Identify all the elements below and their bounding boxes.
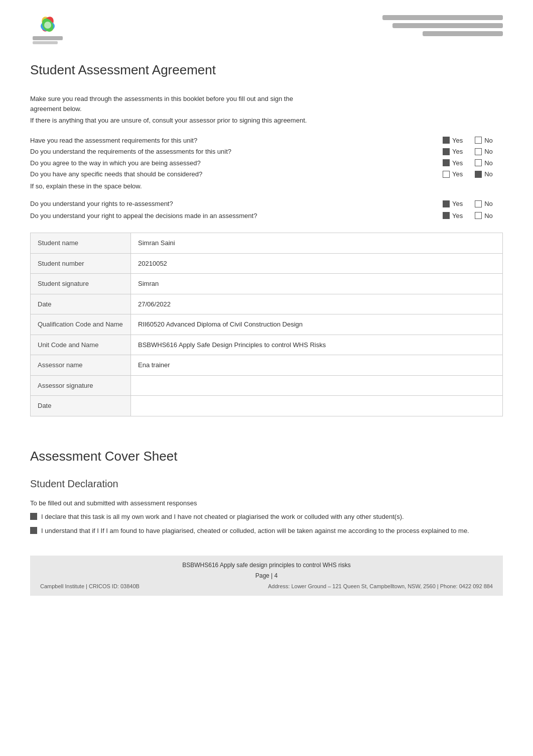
svg-rect-5 <box>33 36 63 40</box>
extra-note: If so, explain these in the space below. <box>30 181 503 191</box>
table-label-student-sig: Student signature <box>31 274 131 294</box>
checkbox-pair-2: Yes No <box>443 147 503 157</box>
question-text-2: Do you understand the requirements of th… <box>30 147 443 157</box>
reassess-no-cb-2[interactable] <box>475 212 482 219</box>
table-row: Student signature Simran <box>31 274 503 294</box>
yes-option-2: Yes <box>443 147 463 157</box>
no-checkbox-3[interactable] <box>475 159 482 166</box>
no-option-2: No <box>475 147 493 157</box>
footer: BSBWHS616 Apply safe design principles t… <box>30 556 503 596</box>
table-value-student-number: 20210052 <box>131 253 503 274</box>
table-value-assessor-sig <box>131 375 503 396</box>
table-row: Assessor name Ena trainer <box>31 355 503 376</box>
footer-institute: Campbell Institute | CRICOS ID: 03840B <box>40 582 140 591</box>
table-label-unit-code: Unit Code and Name <box>31 335 131 355</box>
svg-point-4 <box>44 22 51 29</box>
yes-option-1: Yes <box>443 136 463 146</box>
page-container: Student Assessment Agreement Make sure y… <box>0 0 533 616</box>
decl-text-2: I understand that if I If I am found to … <box>41 526 469 536</box>
table-row: Qualification Code and Name RII60520 Adv… <box>31 314 503 335</box>
cover-sheet-title: Assessment Cover Sheet <box>30 447 503 466</box>
fill-note: To be filled out and submitted with asse… <box>30 498 503 508</box>
yes-checkbox-4[interactable] <box>443 171 450 178</box>
no-checkbox-2[interactable] <box>475 148 482 155</box>
reassess-pair-1: Yes No <box>443 199 503 209</box>
question-text-1: Have you read the assessment requirement… <box>30 136 443 146</box>
intro-section: Make sure you read through the assessmen… <box>30 94 503 126</box>
no-label-2: No <box>484 147 493 157</box>
table-value-date: 27/06/2022 <box>131 294 503 314</box>
footer-line3: Campbell Institute | CRICOS ID: 03840B A… <box>40 582 493 591</box>
question-row-3: Do you agree to the way in which you are… <box>30 158 503 168</box>
table-row: Date 27/06/2022 <box>31 294 503 314</box>
table-label-date2: Date <box>31 396 131 416</box>
reassess-no-cb-1[interactable] <box>475 200 482 207</box>
table-row: Student number 20210052 <box>31 253 503 274</box>
table-label-student-number: Student number <box>31 253 131 274</box>
checkbox-pair-3: Yes No <box>443 158 503 168</box>
logo-icon <box>30 15 65 45</box>
decl-checkbox-1[interactable] <box>30 513 37 520</box>
header-right-line2 <box>392 23 503 28</box>
header-right <box>382 15 503 36</box>
yes-label-1: Yes <box>452 136 463 146</box>
table-label-date: Date <box>31 294 131 314</box>
reassess-row-1: Do you understand your rights to re-asse… <box>30 199 503 209</box>
question-text-4: Do you have any specific needs that shou… <box>30 169 443 179</box>
no-checkbox-1[interactable] <box>475 137 482 144</box>
no-option-4: No <box>475 169 493 179</box>
table-row: Student name Simran Saini <box>31 233 503 254</box>
decl-checkbox-2[interactable] <box>30 527 37 534</box>
reassess-pair-2: Yes No <box>443 211 503 221</box>
table-row: Date <box>31 396 503 416</box>
header <box>30 15 503 45</box>
footer-line1: BSBWHS616 Apply safe design principles t… <box>40 561 493 570</box>
table-value-qual-code: RII60520 Advanced Diploma of Civil Const… <box>131 314 503 335</box>
reassess-section: Do you understand your rights to re-asse… <box>30 199 503 221</box>
table-label-assessor-name: Assessor name <box>31 355 131 376</box>
yes-option-4: Yes <box>443 169 463 179</box>
decl-item-2: I understand that if I If I am found to … <box>30 526 503 536</box>
reassess-no-label-1: No <box>484 199 493 209</box>
table-label-qual-code: Qualification Code and Name <box>31 314 131 335</box>
reassess-yes-1: Yes <box>443 199 463 209</box>
reassess-no-label-2: No <box>484 211 493 221</box>
yes-checkbox-1[interactable] <box>443 137 450 144</box>
logo-area <box>30 15 65 45</box>
cover-sheet-section: Assessment Cover Sheet Student Declarati… <box>30 442 503 536</box>
decl-item-1: I declare that this task is all my own w… <box>30 512 503 522</box>
table-value-student-name: Simran Saini <box>131 233 503 254</box>
question-text-3: Do you agree to the way in which you are… <box>30 158 443 168</box>
yes-label-4: Yes <box>452 169 463 179</box>
header-right-line1 <box>382 15 503 20</box>
svg-rect-6 <box>33 41 58 44</box>
footer-address: Address: Lower Ground – 121 Queen St, Ca… <box>268 582 493 591</box>
reassess-text-2: Do you understand your right to appeal t… <box>30 211 443 221</box>
reassess-text-1: Do you understand your rights to re-asse… <box>30 199 443 209</box>
yes-label-3: Yes <box>452 158 463 168</box>
table-value-date2 <box>131 396 503 416</box>
table-value-assessor-name: Ena trainer <box>131 355 503 376</box>
reassess-yes-cb-2[interactable] <box>443 212 450 219</box>
no-option-1: No <box>475 136 493 146</box>
question-row-1: Have you read the assessment requirement… <box>30 136 503 146</box>
footer-page: Page | 4 <box>40 571 493 580</box>
no-checkbox-4[interactable] <box>475 171 482 178</box>
reassess-no-1: No <box>475 199 493 209</box>
questions-section: Have you read the assessment requirement… <box>30 136 503 191</box>
table-label-student-name: Student name <box>31 233 131 254</box>
page-title: Student Assessment Agreement <box>30 60 503 80</box>
student-decl-title: Student Declaration <box>30 476 503 491</box>
checkbox-pair-4: Yes No <box>443 169 503 179</box>
no-label-4: No <box>484 169 493 179</box>
table-value-unit-code: BSBWHS616 Apply Safe Design Principles t… <box>131 335 503 355</box>
question-row-2: Do you understand the requirements of th… <box>30 147 503 157</box>
table-label-assessor-sig: Assessor signature <box>31 375 131 396</box>
yes-checkbox-2[interactable] <box>443 148 450 155</box>
reassess-yes-cb-1[interactable] <box>443 200 450 207</box>
no-option-3: No <box>475 158 493 168</box>
reassess-no-2: No <box>475 211 493 221</box>
question-row-4: Do you have any specific needs that shou… <box>30 169 503 179</box>
decl-text-1: I declare that this task is all my own w… <box>41 512 404 522</box>
yes-checkbox-3[interactable] <box>443 159 450 166</box>
